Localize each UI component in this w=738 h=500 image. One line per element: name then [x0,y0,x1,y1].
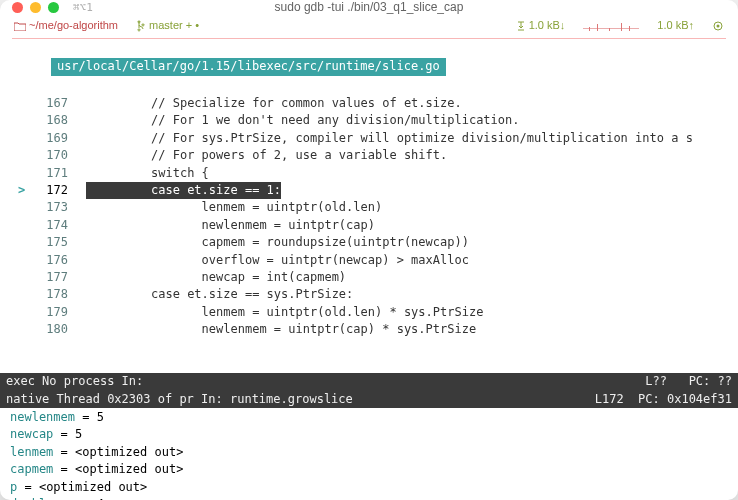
folder-chip: ~/me/go-algorithm [14,18,118,34]
source-file-path: usr/local/Cellar/go/1.15/libexec/src/run… [51,58,446,75]
source-line: 175 capmem = roundupsize(uintptr(newcap)… [18,234,738,251]
line-number: 172 [28,182,86,199]
gdb-variable-line: newcap = 5 [10,426,728,443]
line-number: 177 [28,269,86,286]
line-number: 168 [28,112,86,129]
minimize-icon[interactable] [30,2,41,13]
current-line-marker [18,304,28,321]
current-line-marker [18,321,28,338]
source-text: case et.size == sys.PtrSize: [86,286,353,303]
variable-value: = <optimized out> [53,462,183,476]
gdb-variable-line: capmem = <optimized out> [10,461,728,478]
zoom-icon[interactable] [48,2,59,13]
source-line: 169 // For sys.PtrSize, compiler will op… [18,130,738,147]
source-pane[interactable]: usr/local/Cellar/go/1.15/libexec/src/run… [0,41,738,373]
gdb-variable-line: doublecap = 4 [10,496,728,500]
variable-name: capmem [10,462,53,476]
line-number: 167 [28,95,86,112]
source-text: newcap = int(capmem) [86,269,346,286]
terminal-window: ⌘⌥1 sudo gdb -tui ./bin/03_q1_slice_cap … [0,0,738,500]
variable-value: = 5 [75,410,104,424]
source-line: 178 case et.size == sys.PtrSize: [18,286,738,303]
source-line: 174 newlenmem = uintptr(cap) [18,217,738,234]
status-right-1: L?? PC: ?? [645,373,732,390]
repo-path: ~/me/go-algorithm [29,19,118,31]
status-right-2: L172 PC: 0x104ef31 [595,391,732,408]
source-text: case et.size == 1: [86,182,281,199]
variable-name: newlenmem [10,410,75,424]
source-line: 168 // For 1 we don't need any division/… [18,112,738,129]
line-number: 170 [28,147,86,164]
line-number: 174 [28,217,86,234]
source-line: 177 newcap = int(capmem) [18,269,738,286]
line-number: 179 [28,304,86,321]
status-left-1: exec No process In: [6,373,143,390]
current-line-marker [18,252,28,269]
source-text: switch { [86,165,209,182]
gdb-variable-line: newlenmem = 5 [10,409,728,426]
source-line: 179 lenmem = uintptr(old.len) * sys.PtrS… [18,304,738,321]
source-text: lenmem = uintptr(old.len) * sys.PtrSize [86,304,483,321]
line-number: 175 [28,234,86,251]
source-text: overflow = uintptr(newcap) > maxAlloc [86,252,469,269]
status-left-2: native Thread 0x2303 of pr In: runtime.g… [6,391,353,408]
current-line-marker [18,217,28,234]
source-text: capmem = roundupsize(uintptr(newcap)) [86,234,469,251]
source-text: // Specialize for common values of et.si… [86,95,462,112]
current-line-marker [18,147,28,164]
current-line-marker: > [18,182,28,199]
current-line-marker [18,130,28,147]
status-bar-1: exec No process In: L?? PC: ?? [0,373,738,390]
variable-value: = 5 [53,427,82,441]
variable-name: newcap [10,427,53,441]
git-branch: master + • [149,19,199,31]
current-line-marker [18,112,28,129]
line-number: 180 [28,321,86,338]
gdb-variable-line: p = <optimized out> [10,479,728,496]
source-line: >172 case et.size == 1: [18,182,738,199]
source-text: // For powers of 2, use a variable shift… [86,147,447,164]
variable-value: = <optimized out> [53,445,183,459]
source-line: 180 newlenmem = uintptr(cap) * sys.PtrSi… [18,321,738,338]
net-down: 1.0 kB↓ [516,18,566,34]
net-down-value: 1.0 kB↓ [529,19,566,31]
sparkline [583,19,639,33]
line-number: 169 [28,130,86,147]
window-shortcut: ⌘⌥1 [73,0,93,16]
svg-point-1 [717,25,720,28]
divider [12,38,726,39]
current-line-marker [18,95,28,112]
source-text: newlenmem = uintptr(cap) [86,217,375,234]
source-line: 173 lenmem = uintptr(old.len) [18,199,738,216]
current-line-marker [18,199,28,216]
variable-name: lenmem [10,445,53,459]
source-text: lenmem = uintptr(old.len) [86,199,382,216]
source-line: 167 // Specialize for common values of e… [18,95,738,112]
target-icon [712,18,724,34]
current-line-marker [18,269,28,286]
line-number: 178 [28,286,86,303]
git-chip: master + • [136,18,199,34]
gdb-variable-line: lenmem = <optimized out> [10,444,728,461]
current-line-marker [18,286,28,303]
status-bar-2: native Thread 0x2303 of pr In: runtime.g… [0,391,738,408]
line-number: 171 [28,165,86,182]
window-title: sudo gdb -tui ./bin/03_q1_slice_cap [0,0,738,17]
current-line-marker [18,165,28,182]
titlebar: ⌘⌥1 sudo gdb -tui ./bin/03_q1_slice_cap [0,0,738,16]
source-text: // For 1 we don't need any division/mult… [86,112,519,129]
source-line: 170 // For powers of 2, use a variable s… [18,147,738,164]
window-controls [12,2,59,13]
source-text: // For sys.PtrSize, compiler will optimi… [86,130,693,147]
net-up: 1.0 kB↑ [657,18,694,34]
download-icon [516,19,529,31]
close-icon[interactable] [12,2,23,13]
info-bar: ~/me/go-algorithm master + • 1.0 kB↓ [0,16,738,38]
folder-icon [14,19,29,31]
current-line-marker [18,234,28,251]
source-line: 171 switch { [18,165,738,182]
line-number: 173 [28,199,86,216]
variable-value: = <optimized out> [17,480,147,494]
source-line: 176 overflow = uintptr(newcap) > maxAllo… [18,252,738,269]
gdb-console[interactable]: newlenmem = 5newcap = 5lenmem = <optimiz… [0,408,738,500]
